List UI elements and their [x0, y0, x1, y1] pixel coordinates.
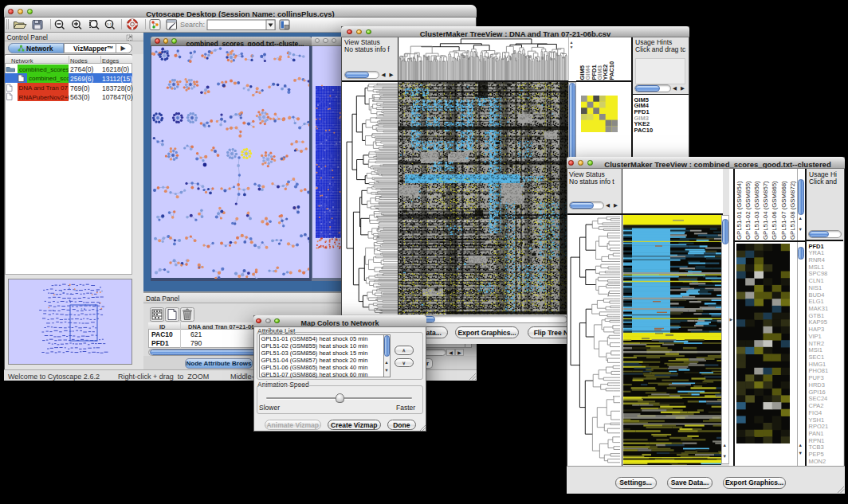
svg-text:GPL51-03 (GSM856): GPL51-03 (GSM856) — [753, 180, 760, 239]
svg-text:GPL51-02 (GSM855): GPL51-02 (GSM855) — [744, 180, 752, 239]
svg-text:PAC10: PAC10 — [608, 61, 615, 80]
svg-text:GPL51-06 (GSM865): GPL51-06 (GSM865) — [771, 180, 778, 239]
svg-text:GPL51-01 (GSM854): GPL51-01 (GSM854) — [736, 180, 743, 239]
svg-text:GPL51-07 (GSM868): GPL51-07 (GSM868) — [779, 180, 787, 239]
svg-text:GPL51-08 (GSM872): GPL51-08 (GSM872) — [788, 180, 795, 239]
svg-text:GPL51-04 (GSM857): GPL51-04 (GSM857) — [762, 180, 769, 239]
svg-text:1:1: 1:1 — [107, 22, 112, 26]
svg-text:Search:: Search: — [180, 21, 205, 29]
